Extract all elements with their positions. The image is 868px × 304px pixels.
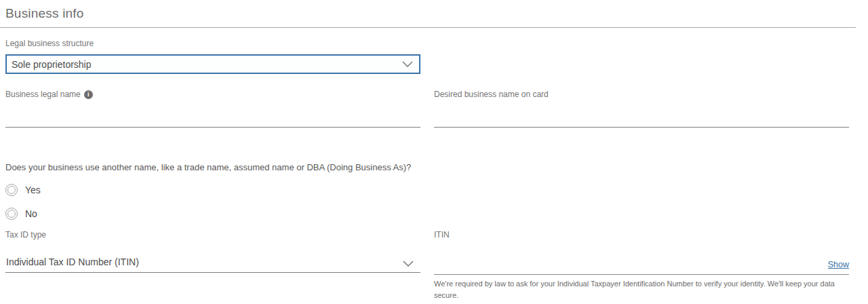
tax-id-type-label: Tax ID type <box>5 230 420 240</box>
legal-structure-field: Legal business structure Sole proprietor… <box>5 39 849 74</box>
itin-helper-text: We're required by law to ask for your In… <box>434 278 849 301</box>
legal-structure-select[interactable]: Sole proprietorship <box>5 54 420 74</box>
business-legal-name-input[interactable] <box>5 100 420 128</box>
tax-id-type-select[interactable]: Individual Tax ID Number (ITIN) <box>5 240 420 273</box>
tax-id-type-selected-value: Individual Tax ID Number (ITIN) <box>6 256 139 267</box>
business-legal-name-field: Business legal name i <box>5 90 420 128</box>
desired-name-label: Desired business name on card <box>434 90 849 100</box>
chevron-down-icon <box>402 61 413 68</box>
business-legal-name-label: Business legal name <box>5 90 81 100</box>
legal-structure-selected-value: Sole proprietorship <box>12 59 92 70</box>
business-info-page: Business info Legal business structure S… <box>0 0 868 304</box>
dba-question-label: Does your business use another name, lik… <box>5 162 849 172</box>
radio-circle-icon <box>5 184 18 196</box>
tax-id-type-field: Tax ID type Individual Tax ID Number (IT… <box>5 230 420 301</box>
legal-structure-label: Legal business structure <box>5 39 849 49</box>
title-divider <box>0 27 856 28</box>
itin-field: ITIN Show We're required by law to ask f… <box>434 230 849 301</box>
dba-radio-yes[interactable]: Yes <box>5 184 41 196</box>
desired-name-input[interactable] <box>434 100 849 128</box>
info-icon[interactable]: i <box>84 90 93 99</box>
radio-circle-icon <box>5 208 18 220</box>
chevron-down-icon <box>403 261 414 267</box>
page-title: Business info <box>5 5 849 22</box>
itin-input[interactable]: Show <box>434 240 849 275</box>
dba-radio-yes-label: Yes <box>25 185 41 195</box>
dba-radio-no[interactable]: No <box>5 208 37 220</box>
show-link[interactable]: Show <box>828 260 849 269</box>
dba-radio-no-label: No <box>25 208 37 219</box>
desired-name-field: Desired business name on card <box>434 90 849 128</box>
itin-label: ITIN <box>434 230 849 240</box>
